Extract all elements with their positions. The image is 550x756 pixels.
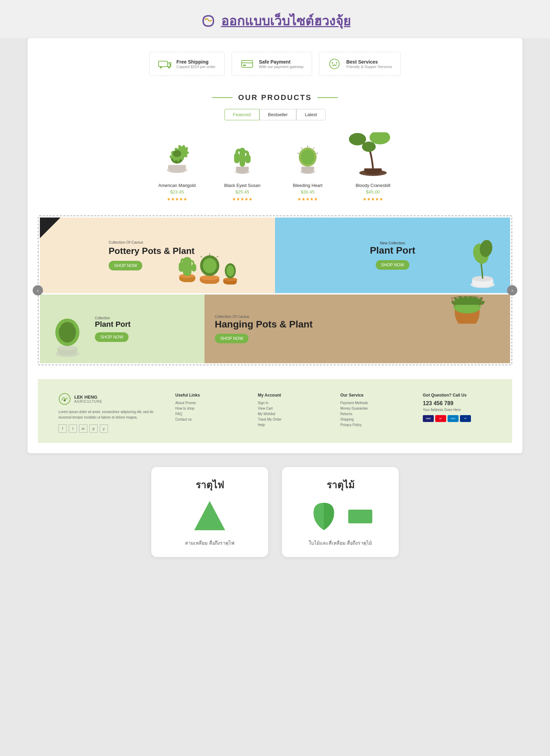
svg-point-2 xyxy=(168,66,170,68)
svg-point-7 xyxy=(332,62,333,64)
svg-point-46 xyxy=(58,345,77,350)
product-image-0 xyxy=(153,131,201,179)
svg-line-21 xyxy=(316,153,318,154)
product-price-2: $30.45 xyxy=(280,189,335,194)
svg-point-32 xyxy=(200,275,219,280)
footer-service-payment[interactable]: Payment Methods xyxy=(340,401,409,405)
footer-link-faq[interactable]: FAQ xyxy=(175,412,244,416)
symbol-card-wood: ราตุไม้ ใบไม้และสี่เหลี่ยม สื่อถึงราตุไม… xyxy=(282,467,399,557)
section-title: OUR PRODUCTS xyxy=(38,93,512,102)
service-icon xyxy=(328,57,341,71)
feature-safe-payment-text: Safe Payment With our payment gateway xyxy=(259,59,304,69)
triangle-fire-icon xyxy=(192,499,227,534)
banner-pottery-shop-now-btn[interactable]: SHOP NOW xyxy=(109,261,142,270)
footer-service-guarantee[interactable]: Money Guarantee xyxy=(340,407,409,410)
products-tabs[interactable]: Featured Bestseller Latest xyxy=(38,109,512,120)
banner-section: ‹ › Collection Of Cactus Pottery Pots & … xyxy=(38,215,512,365)
symbol-fire-desc: สามเหลี่ยม สื่อถึงราตุไฟ xyxy=(165,539,254,547)
products-section: OUR PRODUCTS Featured Bestseller Latest xyxy=(38,93,512,202)
banner-next-arrow[interactable]: › xyxy=(507,285,517,296)
svg-point-8 xyxy=(336,62,337,64)
social-pinterest-icon[interactable]: p xyxy=(89,424,98,433)
footer-account-signin[interactable]: Sign In xyxy=(258,401,327,405)
footer-my-account-list: Sign In View Cart My Wishlist Track My O… xyxy=(258,401,327,427)
banner-pottery-small-title: Collection Of Cactus xyxy=(109,240,265,244)
symbol-wood-icons xyxy=(296,499,385,534)
product-name-2: Bleeding Heart xyxy=(280,183,335,188)
products-grid: American Marigold $23.45 ★★★★★ xyxy=(38,131,512,202)
banner-pottery-pots: Collection Of Cactus Pottery Pots & Plan… xyxy=(40,218,275,293)
footer-useful-links-title: Useful Links xyxy=(175,393,244,398)
feature-free-shipping-title: Free Shipping xyxy=(176,59,216,65)
banner-new-collection-shop-btn[interactable]: SHOP NOW xyxy=(376,260,409,270)
footer-service-returns[interactable]: Returns xyxy=(340,412,409,416)
footer-account-wishlist[interactable]: My Wishlist xyxy=(258,412,327,416)
product-card-0[interactable]: American Marigold $23.45 ★★★★★ xyxy=(150,131,205,202)
social-twitter-icon[interactable]: t xyxy=(69,424,77,433)
symbol-section: ราตุไฟ สามเหลี่ยม สื่อถึงราตุไฟ ราตุไม้ … xyxy=(0,453,550,578)
banner-new-collection-small-title: New Collection xyxy=(370,241,415,245)
footer-service-shipping[interactable]: Shipping xyxy=(340,418,409,421)
feature-free-shipping-text: Free Shipping Capped $319 per order xyxy=(176,59,216,69)
payment-amex-icon: AMEX xyxy=(448,415,459,422)
footer-contact: Got Question? Call Us 123 456 789 Your A… xyxy=(423,393,492,433)
footer-account-help[interactable]: Help xyxy=(258,423,327,427)
product-card-2[interactable]: Bleeding Heart $30.45 ★★★★★ xyxy=(280,131,335,202)
product-stars-3: ★★★★★ xyxy=(345,197,400,202)
product-name-0: American Marigold xyxy=(150,183,205,188)
footer-service-privacy[interactable]: Privacy Policy xyxy=(340,423,409,427)
footer-our-service: Our Service Payment Methods Money Guaran… xyxy=(340,393,409,433)
social-facebook-icon[interactable]: f xyxy=(58,424,67,433)
product-image-2 xyxy=(284,131,332,179)
feature-safe-payment-subtitle: With our payment gateway xyxy=(259,65,304,69)
svg-rect-3 xyxy=(242,60,253,67)
svg-rect-0 xyxy=(158,61,167,67)
header: ออกแบบเว็บไซต์ฮวงจุ้ย xyxy=(0,0,550,38)
banner-hanging-title: Hanging Pots & Plant xyxy=(215,319,359,330)
footer-brand-desc: Lorem ipsum dolor sit amet, consectetur … xyxy=(58,409,162,420)
footer-our-service-title: Our Service xyxy=(340,393,409,398)
footer-brand-sub: AGRICULTURE xyxy=(74,400,102,403)
tab-featured[interactable]: Featured xyxy=(224,109,260,120)
svg-point-18 xyxy=(301,149,315,165)
banner-pottery-title: Pottery Pots & Plant xyxy=(109,246,265,256)
symbol-wood-title: ราตุไม้ xyxy=(296,477,385,492)
truck-icon xyxy=(158,57,172,71)
footer-useful-links: Useful Links About Promis How to shop FA… xyxy=(175,393,244,433)
banner-plant-port-shop-btn[interactable]: SHOP NOW xyxy=(95,332,129,342)
footer-address: Your Address Goes Here xyxy=(423,408,492,412)
footer-contact-title: Got Question? Call Us xyxy=(423,393,492,398)
symbol-fire-icons xyxy=(165,499,254,534)
main-container: Free Shipping Capped $319 per order Safe… xyxy=(28,38,522,453)
feature-best-services-title: Best Services xyxy=(346,59,392,65)
tab-bestseller[interactable]: Bestseller xyxy=(260,109,296,120)
social-instagram-icon[interactable]: in xyxy=(79,424,87,433)
payment-mastercard-icon: MC xyxy=(435,415,446,422)
feature-best-services-subtitle: Friendly & Supper Services xyxy=(346,65,392,69)
banner-prev-arrow[interactable]: ‹ xyxy=(33,285,43,296)
header-logo: ออกแบบเว็บไซต์ฮวงจุ้ย xyxy=(200,10,351,31)
tab-latest[interactable]: Latest xyxy=(296,109,326,120)
product-card-3[interactable]: Bloody Cranesbill $45.00 ★★★★★ xyxy=(345,131,400,202)
product-card-1[interactable]: Black Eyed Susan $25.45 ★★★★★ xyxy=(215,131,270,202)
banner-hanging-shop-btn[interactable]: SHOP NOW xyxy=(215,334,249,343)
footer-link-how-to-shop[interactable]: How to shop xyxy=(175,407,244,410)
footer-useful-links-list: About Promis How to shop FAQ Contact us xyxy=(175,401,244,421)
social-youtube-icon[interactable]: y xyxy=(100,424,108,433)
footer-brand-logo: LEK HENG AGRICULTURE xyxy=(58,393,162,405)
plant-black-eyed-susan-icon xyxy=(222,132,263,177)
footer-account-cart[interactable]: View Cart xyxy=(258,407,327,410)
header-title: ออกแบบเว็บไซต์ฮวงจุ้ย xyxy=(221,10,351,31)
footer: LEK HENG AGRICULTURE Lorem ipsum dolor s… xyxy=(38,379,512,443)
white-pot-plant-icon xyxy=(462,228,503,290)
footer-my-account: My Account Sign In View Cart My Wishlist… xyxy=(258,393,327,433)
footer-account-track[interactable]: Track My Order xyxy=(258,418,327,421)
footer-link-about[interactable]: About Promis xyxy=(175,401,244,405)
product-image-1 xyxy=(218,131,266,179)
banner-hanging: Collection Of Cactus Hanging Pots & Plan… xyxy=(205,294,510,363)
footer-link-contact[interactable]: Contact us xyxy=(175,418,244,421)
black-corner-decoration xyxy=(40,218,60,238)
leaf-wood-icon xyxy=(307,499,341,534)
footer-brand-name-block: LEK HENG AGRICULTURE xyxy=(74,394,102,404)
feature-best-services-text: Best Services Friendly & Supper Services xyxy=(346,59,392,69)
